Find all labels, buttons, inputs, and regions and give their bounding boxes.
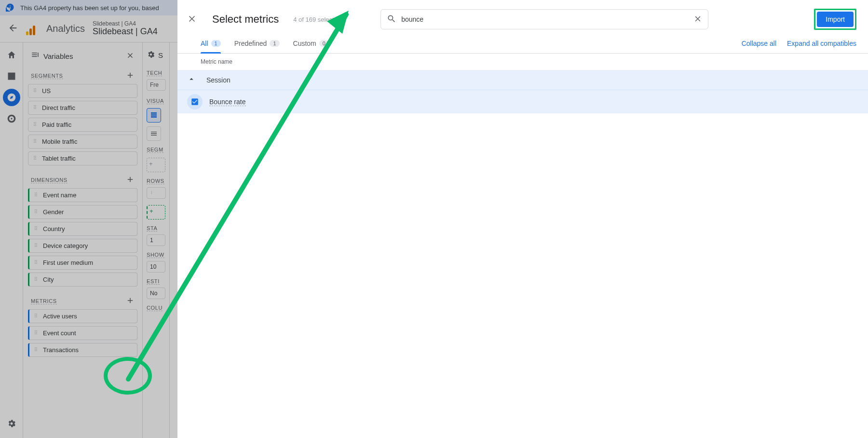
- search-box[interactable]: [380, 9, 708, 29]
- nested-rows-label: ESTI: [147, 278, 160, 285]
- svg-point-30: [35, 192, 36, 193]
- svg-point-85: [151, 192, 152, 192]
- segment-drop-slot[interactable]: +: [147, 158, 165, 172]
- nested-rows-value[interactable]: No: [147, 287, 165, 299]
- expand-compatibles-link[interactable]: Expand all compatibles: [787, 40, 856, 47]
- svg-point-76: [36, 332, 37, 333]
- svg-point-57: [36, 260, 37, 261]
- tab-label: Custom: [293, 40, 316, 47]
- metric-checkbox[interactable]: [187, 94, 203, 110]
- add-metric-button[interactable]: [126, 296, 135, 306]
- svg-point-5: [35, 91, 36, 92]
- svg-point-66: [35, 314, 36, 315]
- svg-point-52: [36, 245, 37, 246]
- chip-label: Event name: [43, 192, 76, 199]
- visualization-label: VISUA: [147, 98, 164, 104]
- drag-handle-icon: [33, 208, 39, 216]
- svg-point-12: [34, 122, 35, 123]
- svg-point-51: [36, 243, 37, 244]
- dimension-chip[interactable]: Gender: [28, 205, 137, 219]
- svg-point-59: [36, 263, 37, 264]
- tab-count: 0: [319, 40, 329, 47]
- chip-label: US: [42, 87, 51, 95]
- metric-chip[interactable]: Event count: [28, 326, 137, 340]
- variables-icon: [31, 51, 40, 61]
- segment-chip[interactable]: US: [28, 84, 137, 98]
- add-segment-button[interactable]: [126, 71, 135, 81]
- svg-point-75: [36, 330, 37, 331]
- visualization-other-button[interactable]: [147, 126, 161, 141]
- advertising-icon[interactable]: [3, 110, 20, 127]
- svg-point-33: [36, 192, 37, 193]
- svg-point-71: [36, 316, 37, 317]
- svg-point-14: [34, 125, 35, 126]
- search-input[interactable]: [401, 15, 689, 23]
- show-rows-label: SHOW: [147, 252, 164, 258]
- segment-chip[interactable]: Paid traffic: [28, 118, 137, 132]
- tab-predefined[interactable]: Predefined 1: [234, 40, 280, 53]
- svg-point-56: [35, 263, 36, 264]
- svg-point-73: [35, 332, 36, 333]
- svg-point-68: [35, 316, 36, 317]
- chip-label: Paid traffic: [42, 121, 71, 128]
- clear-search-button[interactable]: [693, 14, 702, 25]
- dimension-chip[interactable]: Device category: [28, 239, 137, 253]
- svg-point-70: [36, 315, 37, 316]
- segment-chip[interactable]: Direct traffic: [28, 101, 137, 115]
- tab-custom[interactable]: Custom 0: [293, 40, 329, 53]
- drag-handle-icon: [32, 87, 38, 95]
- svg-point-72: [35, 330, 36, 331]
- svg-point-34: [36, 194, 37, 195]
- chip-label: Country: [43, 225, 65, 233]
- back-button[interactable]: [8, 23, 18, 35]
- column-header: Metric name: [177, 54, 868, 70]
- info-icon: [6, 3, 14, 13]
- property-selector[interactable]: Slidebeast | GA4 Slidebeast | GA4: [93, 21, 158, 37]
- metric-row[interactable]: Bounce rate: [177, 90, 868, 113]
- svg-point-17: [35, 125, 36, 126]
- svg-point-83: [36, 350, 37, 351]
- chip-label: First user medium: [43, 259, 93, 266]
- dimension-chip[interactable]: Country: [28, 222, 137, 236]
- admin-icon[interactable]: [3, 415, 20, 432]
- dimension-chip[interactable]: First user medium: [28, 256, 137, 270]
- drag-handle-icon: [32, 155, 38, 162]
- start-row-value[interactable]: 1: [147, 234, 165, 246]
- svg-point-37: [35, 211, 36, 212]
- analytics-logo: [26, 23, 39, 35]
- row-slot[interactable]: [147, 187, 166, 199]
- start-row-label: STA: [147, 225, 157, 232]
- segment-chip[interactable]: Tablet traffic: [28, 151, 137, 165]
- svg-point-69: [36, 314, 37, 315]
- drag-handle-icon: [32, 121, 38, 128]
- show-rows-value[interactable]: 10: [147, 261, 165, 273]
- segments-label: Segments: [31, 73, 63, 79]
- segment-chip[interactable]: Mobile traffic: [28, 135, 137, 149]
- dimension-chip[interactable]: City: [28, 273, 137, 287]
- svg-point-35: [36, 195, 37, 196]
- technique-value[interactable]: Fre: [147, 79, 166, 91]
- metrics-label: Metrics: [31, 298, 57, 304]
- dimension-chip[interactable]: Event name: [28, 188, 137, 202]
- metric-group-row[interactable]: Session: [177, 70, 868, 90]
- add-dimension-button[interactable]: [126, 175, 135, 185]
- metric-chip[interactable]: Transactions: [28, 343, 137, 357]
- metric-chip[interactable]: Active users: [28, 309, 137, 323]
- home-icon[interactable]: [3, 46, 20, 64]
- collapse-all-link[interactable]: Collapse all: [742, 40, 776, 47]
- svg-point-62: [35, 280, 36, 281]
- svg-point-78: [35, 347, 36, 348]
- reports-icon[interactable]: [3, 68, 20, 85]
- close-panel-button[interactable]: [187, 14, 197, 25]
- row-drop-slot[interactable]: +: [147, 205, 165, 219]
- visualization-table-button[interactable]: [147, 108, 161, 123]
- explore-icon[interactable]: [3, 89, 20, 106]
- svg-point-74: [35, 333, 36, 334]
- close-variables-button[interactable]: [126, 51, 135, 61]
- svg-point-60: [35, 277, 36, 278]
- tab-all[interactable]: All 1: [201, 40, 221, 53]
- svg-point-6: [34, 105, 35, 106]
- svg-point-31: [35, 194, 36, 195]
- import-button[interactable]: Import: [817, 12, 854, 27]
- analytics-label: Analytics: [46, 23, 85, 34]
